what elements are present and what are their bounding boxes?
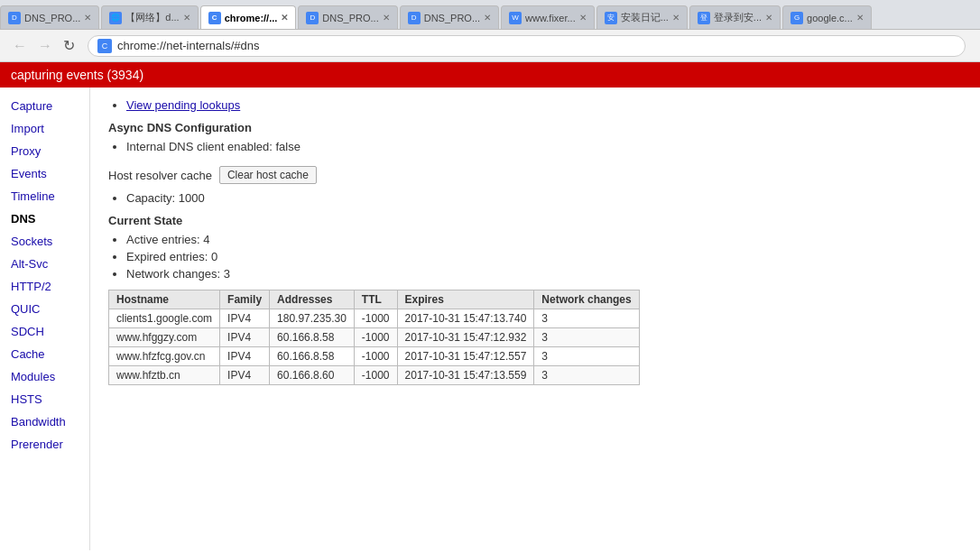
tab-tab6[interactable]: Wwww.fixer...✕ — [501, 5, 595, 29]
sidebar-item-sockets[interactable]: Sockets — [0, 230, 89, 253]
table-cell-0-3: -1000 — [354, 309, 397, 328]
tab-close-tab1[interactable]: ✕ — [84, 13, 91, 23]
tab-tab4[interactable]: DDNS_PRO...✕ — [298, 5, 397, 29]
sidebar-item-http2[interactable]: HTTP/2 — [0, 275, 89, 298]
tab-label-tab3: chrome://... — [225, 13, 278, 23]
sidebar-item-prerender[interactable]: Prerender — [0, 433, 89, 456]
clear-cache-button[interactable]: Clear host cache — [219, 166, 317, 184]
sidebar-item-timeline[interactable]: Timeline — [0, 185, 89, 207]
table-cell-2-3: -1000 — [354, 347, 397, 366]
expired-entries: Expired entries: 0 — [126, 250, 962, 263]
sidebar-item-bandwidth[interactable]: Bandwidth — [0, 410, 89, 433]
reload-button[interactable]: ↻ — [58, 35, 80, 56]
tab-close-tab4[interactable]: ✕ — [383, 13, 390, 23]
sidebar-item-import[interactable]: Import — [0, 117, 89, 140]
table-cell-2-4: 2017-10-31 15:47:12.557 — [397, 347, 534, 366]
view-pending-lookups-link[interactable]: View pending lookups — [126, 98, 240, 112]
tab-label-tab8: 登录到安... — [714, 11, 762, 24]
tab-close-tab7[interactable]: ✕ — [672, 13, 680, 23]
table-row: www.hfggzy.comIPV460.166.8.58-10002017-1… — [109, 328, 640, 347]
table-header-hostname: Hostname — [109, 290, 220, 309]
table-cell-1-1: IPV4 — [220, 328, 270, 347]
tab-favicon-tab8: 登 — [698, 12, 710, 24]
tab-bar: DDNS_PRO...✕🌐【网络】d...✕Cchrome://...✕DDNS… — [0, 0, 980, 29]
table-cell-3-2: 60.166.8.60 — [270, 366, 355, 385]
tab-tab5[interactable]: DDNS_PRO...✕ — [400, 5, 499, 29]
table-cell-3-0: www.hfztb.cn — [109, 366, 220, 385]
tab-label-tab6: www.fixer... — [525, 13, 576, 23]
address-text: chrome://net-internals/#dns — [117, 39, 956, 52]
main-layout: CaptureImportProxyEventsTimelineDNSSocke… — [0, 88, 980, 550]
address-bar[interactable]: C chrome://net-internals/#dns — [88, 35, 966, 57]
status-text: capturing events (3934) — [11, 68, 143, 82]
tab-tab2[interactable]: 🌐【网络】d...✕ — [101, 5, 198, 29]
sidebar-item-quic[interactable]: QUIC — [0, 298, 89, 320]
sidebar-item-events[interactable]: Events — [0, 162, 89, 185]
tab-tab7[interactable]: 安安装日记...✕ — [596, 5, 688, 29]
table-header-ttl: TTL — [354, 290, 397, 309]
capacity-text: Capacity: 1000 — [126, 191, 962, 205]
async-dns-client: Internal DNS client enabled: false — [126, 140, 962, 153]
tab-favicon-tab2: 🌐 — [109, 12, 122, 24]
tab-close-tab8[interactable]: ✕ — [765, 13, 772, 23]
table-cell-1-3: -1000 — [354, 328, 397, 347]
tab-label-tab7: 安装日记... — [621, 11, 669, 24]
sidebar-item-hsts[interactable]: HSTS — [0, 388, 89, 410]
table-row: www.hfztb.cnIPV460.166.8.60-10002017-10-… — [109, 366, 640, 385]
tab-favicon-tab1: D — [8, 12, 21, 24]
tab-tab8[interactable]: 登登录到安...✕ — [689, 5, 781, 29]
sidebar-item-cache[interactable]: Cache — [0, 343, 89, 365]
table-cell-0-4: 2017-10-31 15:47:13.740 — [397, 309, 534, 328]
table-row: clients1.google.comIPV4180.97.235.30-100… — [109, 309, 640, 328]
table-cell-2-2: 60.166.8.58 — [270, 347, 355, 366]
back-button[interactable]: ← — [7, 36, 32, 56]
tab-label-tab2: 【网络】d... — [125, 11, 179, 24]
table-cell-2-5: 3 — [534, 347, 639, 366]
tab-tab9[interactable]: Ggoogle.c...✕ — [782, 5, 872, 29]
tab-favicon-tab3: C — [208, 12, 221, 24]
table-cell-0-5: 3 — [534, 309, 639, 328]
table-header-expires: Expires — [397, 290, 534, 309]
tab-favicon-tab4: D — [306, 12, 319, 24]
table-cell-2-1: IPV4 — [220, 347, 270, 366]
tab-label-tab1: DNS_PRO... — [24, 13, 80, 23]
browser-chrome: DDNS_PRO...✕🌐【网络】d...✕Cchrome://...✕DDNS… — [0, 0, 980, 30]
sidebar-item-capture[interactable]: Capture — [0, 95, 89, 117]
tab-close-tab6[interactable]: ✕ — [579, 13, 587, 23]
async-dns-title: Async DNS Configuration — [108, 121, 962, 134]
current-state-title: Current State — [108, 214, 962, 227]
table-cell-0-0: clients1.google.com — [109, 309, 220, 328]
table-cell-3-5: 3 — [534, 366, 639, 385]
tab-favicon-tab5: D — [408, 12, 421, 24]
sidebar-item-proxy[interactable]: Proxy — [0, 140, 89, 162]
tab-favicon-tab9: G — [790, 12, 803, 24]
table-header-family: Family — [220, 290, 270, 309]
sidebar-item-alt-svc[interactable]: Alt-Svc — [0, 253, 89, 275]
tab-favicon-tab6: W — [509, 12, 522, 24]
tab-close-tab3[interactable]: ✕ — [281, 13, 288, 23]
table-cell-0-1: IPV4 — [220, 309, 270, 328]
table-cell-1-4: 2017-10-31 15:47:12.932 — [397, 328, 534, 347]
tab-label-tab9: google.c... — [807, 13, 853, 23]
network-changes: Network changes: 3 — [126, 267, 962, 281]
tab-label-tab4: DNS_PRO... — [322, 13, 378, 23]
tab-close-tab9[interactable]: ✕ — [856, 13, 864, 23]
tab-tab3[interactable]: Cchrome://...✕ — [200, 5, 297, 29]
host-resolver-label: Host resolver cache — [108, 169, 212, 182]
table-cell-3-4: 2017-10-31 15:47:13.559 — [397, 366, 534, 385]
table-row: www.hfzfcg.gov.cnIPV460.166.8.58-1000201… — [109, 347, 640, 366]
tab-close-tab5[interactable]: ✕ — [484, 13, 491, 23]
forward-button[interactable]: → — [32, 36, 58, 56]
sidebar: CaptureImportProxyEventsTimelineDNSSocke… — [0, 88, 90, 550]
table-cell-0-2: 180.97.235.30 — [270, 309, 355, 328]
tab-close-tab2[interactable]: ✕ — [183, 13, 190, 23]
sidebar-item-dns[interactable]: DNS — [0, 207, 89, 230]
table-header-addresses: Addresses — [270, 290, 355, 309]
host-resolver-row: Host resolver cache Clear host cache — [108, 166, 962, 184]
table-cell-1-2: 60.166.8.58 — [270, 328, 355, 347]
table-cell-3-3: -1000 — [354, 366, 397, 385]
sidebar-item-sdch[interactable]: SDCH — [0, 320, 89, 343]
sidebar-item-modules[interactable]: Modules — [0, 365, 89, 388]
tab-tab1[interactable]: DDNS_PRO...✕ — [0, 5, 99, 29]
table-header-network-changes: Network changes — [534, 290, 639, 309]
